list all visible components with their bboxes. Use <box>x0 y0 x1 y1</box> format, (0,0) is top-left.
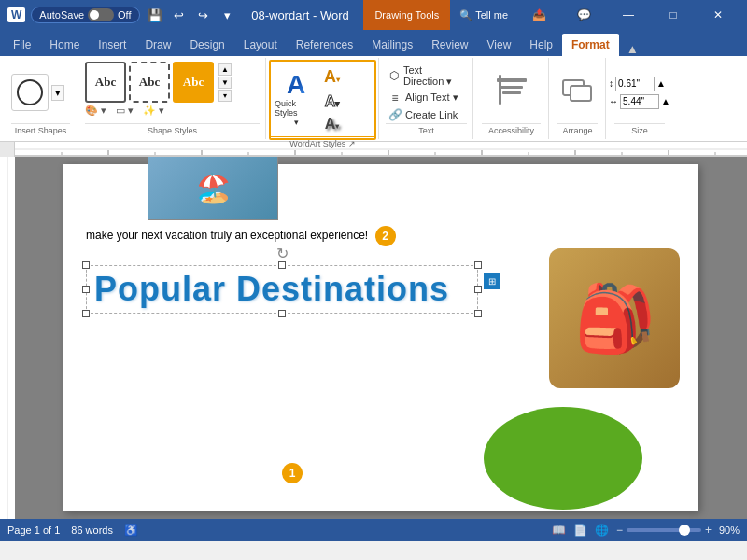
wordart-dialog-launcher[interactable]: ↗ <box>348 139 356 148</box>
handle-bottom-center[interactable] <box>278 310 286 317</box>
page-photo: 🏖️ <box>148 157 278 220</box>
text-group-content: ⬡ Text Direction ▾ ≡ Align Text ▾ 🔗 Crea… <box>386 62 467 123</box>
width-input[interactable] <box>620 94 659 109</box>
save-button[interactable]: 💾 <box>146 6 164 24</box>
autosave-state: Off <box>118 9 131 21</box>
tab-references[interactable]: References <box>287 34 362 56</box>
comments-button[interactable]: 💬 <box>562 0 605 30</box>
tab-insert[interactable]: Insert <box>89 34 135 56</box>
link-icon: 🔗 <box>388 108 402 121</box>
shape-fill-button[interactable]: 🎨 ▾ <box>85 105 106 117</box>
read-mode-button[interactable]: 📖 <box>552 524 566 537</box>
accessibility-svg <box>495 73 529 106</box>
page-body-text: make your next vacation truly an excepti… <box>86 226 676 246</box>
quick-styles-dropdown-arrow: ▾ <box>294 118 299 127</box>
tab-help[interactable]: Help <box>520 34 562 56</box>
tab-file[interactable]: File <box>4 34 40 56</box>
width-spinner-up[interactable]: ▲ <box>661 96 670 106</box>
wordart-effects-button[interactable]: A▾ <box>321 113 343 134</box>
accessibility-icon[interactable] <box>495 73 529 113</box>
shapes-button[interactable] <box>11 74 49 111</box>
page-info: Page 1 of 1 <box>7 525 60 536</box>
horizontal-ruler <box>15 142 747 156</box>
shape-style-2[interactable]: Abc <box>129 62 170 103</box>
shape-styles-label: Shape Styles <box>85 123 260 135</box>
document-area: 🏖️ make your next vacation truly an exce… <box>0 157 747 519</box>
zoom-level[interactable]: 90% <box>719 525 740 536</box>
autosave-toggle[interactable] <box>88 8 114 21</box>
customize-qat-button[interactable]: ▾ <box>218 6 237 24</box>
tab-layout[interactable]: Layout <box>234 34 287 56</box>
page: 🏖️ make your next vacation truly an exce… <box>63 164 698 511</box>
accessibility-label: Accessibility <box>482 123 541 135</box>
shape-styles-content: Abc Abc Abc ▲ ▼ ▾ <box>85 62 260 103</box>
handle-top-left[interactable] <box>82 261 90 269</box>
wordart-container[interactable]: ↻ Popular Destinations ⊞ <box>86 265 478 314</box>
ruler-v-svg <box>0 157 15 519</box>
wordart-fill-button[interactable]: A▾ <box>321 65 343 90</box>
layout-options-button[interactable]: ⊞ <box>484 273 500 289</box>
shape-style-1[interactable]: Abc <box>85 62 126 103</box>
ribbon-collapse-button[interactable]: ▲ <box>627 42 639 56</box>
tab-home[interactable]: Home <box>40 34 89 56</box>
zoom-slider[interactable] <box>627 528 701 532</box>
tab-format[interactable]: Format <box>562 34 619 56</box>
green-oval <box>484 407 642 510</box>
quick-styles-button[interactable]: A Quick Styles ▾ <box>273 68 319 131</box>
zoom-thumb[interactable] <box>679 525 690 536</box>
tab-review[interactable]: Review <box>422 34 477 56</box>
share-button[interactable]: 📤 <box>517 0 560 30</box>
zoom-in-button[interactable]: + <box>705 524 712 537</box>
tab-view[interactable]: View <box>478 34 521 56</box>
handle-bottom-left[interactable] <box>82 310 90 317</box>
handle-mid-right[interactable] <box>474 286 482 293</box>
tab-design[interactable]: Design <box>180 34 233 56</box>
tell-me-input[interactable]: 🔍 Tell me <box>452 0 515 30</box>
wordart-selection-border: Popular Destinations <box>86 265 478 314</box>
shapes-dropdown-button[interactable]: ▾ <box>51 85 64 101</box>
handle-bottom-right[interactable] <box>474 310 482 317</box>
print-layout-button[interactable]: 📄 <box>573 524 587 537</box>
height-input[interactable] <box>615 77 655 91</box>
maximize-button[interactable]: □ <box>652 0 695 30</box>
svg-rect-5 <box>571 86 591 101</box>
wordart-text: Popular Destinations <box>94 270 449 308</box>
create-link-button[interactable]: 🔗 Create Link <box>386 107 467 122</box>
shape-effects-button[interactable]: ✨ ▾ <box>143 105 164 117</box>
ribbon: ▾ Insert Shapes Abc Abc Abc ▲ ▼ ▾ 🎨 ▾ ▭ … <box>0 56 747 142</box>
text-group: ⬡ Text Direction ▾ ≡ Align Text ▾ 🔗 Crea… <box>380 58 473 139</box>
handle-top-center[interactable] <box>278 261 286 269</box>
document-content[interactable]: 🏖️ make your next vacation truly an exce… <box>15 157 747 519</box>
backpack-image: 🎒 <box>549 248 689 398</box>
corner-button[interactable] <box>0 142 15 157</box>
zoom-out-button[interactable]: − <box>616 524 623 537</box>
undo-button[interactable]: ↩ <box>170 6 189 24</box>
scroll-more[interactable]: ▾ <box>218 90 232 102</box>
handle-mid-left[interactable] <box>82 286 90 293</box>
height-label: ↕ <box>609 78 613 89</box>
rotate-handle[interactable]: ↻ <box>276 245 289 262</box>
web-layout-button[interactable]: 🌐 <box>595 524 609 537</box>
handle-top-right[interactable] <box>474 261 482 269</box>
shape-outline-button[interactable]: ▭ ▾ <box>116 105 134 117</box>
close-button[interactable]: ✕ <box>697 0 740 30</box>
scroll-up[interactable]: ▲ <box>218 63 232 76</box>
tab-draw[interactable]: Draw <box>135 34 180 56</box>
accessibility-check-button[interactable]: ♿ <box>124 524 138 537</box>
wordart-outline-button[interactable]: A▾ <box>321 91 343 112</box>
arrange-button[interactable] <box>561 73 595 112</box>
text-direction-button[interactable]: ⬡ Text Direction ▾ <box>386 63 467 89</box>
accessibility-group: Accessibility <box>474 58 549 139</box>
autosave-badge[interactable]: AutoSave Off <box>31 7 139 23</box>
minimize-button[interactable]: — <box>607 0 650 30</box>
word-icon: W <box>7 7 25 22</box>
status-right: 📖 📄 🌐 − + 90% <box>552 524 740 537</box>
height-spinner-up[interactable]: ▲ <box>656 78 666 89</box>
insert-shapes-label: Insert Shapes <box>11 123 70 135</box>
align-text-button[interactable]: ≡ Align Text ▾ <box>386 91 467 105</box>
shape-style-3[interactable]: Abc <box>173 62 214 103</box>
tab-mailings[interactable]: Mailings <box>362 34 422 56</box>
redo-button[interactable]: ↪ <box>194 6 213 24</box>
scroll-down[interactable]: ▼ <box>218 77 232 89</box>
insert-shapes-group: ▾ Insert Shapes <box>4 58 78 139</box>
